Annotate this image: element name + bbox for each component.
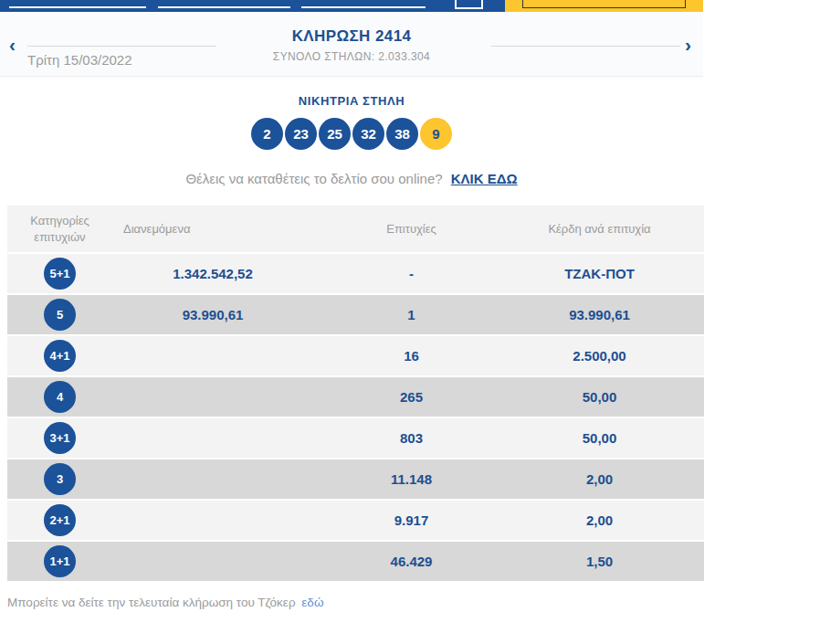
nav-underline: [301, 6, 426, 8]
winning-number-ball: 25: [319, 118, 351, 150]
online-cta-text: Θέλεις να καταθέτεις το δελτίο σου onlin…: [185, 171, 442, 186]
winning-numbers: 2 23 25 32 38 9: [0, 118, 703, 150]
online-cta: Θέλεις να καταθέτεις το δελτίο σου onlin…: [0, 171, 703, 186]
table-row: 3+1 803 50,00: [7, 418, 704, 459]
prize-cell: 50,00: [510, 389, 704, 405]
winning-number-ball: 32: [352, 118, 384, 150]
prize-cell: 1,50: [510, 554, 704, 569]
table-row: 4 265 50,00: [7, 377, 704, 418]
header-divider-left: [27, 46, 216, 47]
prize-cell: 2,00: [510, 512, 704, 528]
click-here-link[interactable]: ΚΛΙΚ ΕΔΩ: [451, 171, 518, 186]
winners-cell: 11.148: [313, 471, 510, 487]
winners-cell: 46.429: [313, 554, 510, 569]
draw-header: ‹ Τρίτη 15/03/2022 ΚΛΗΡΩΣΗ 2414 ΣΥΝΟΛΟ Σ…: [0, 12, 703, 77]
footnote: Μπορείτε να δείτε την τελευταία κλήρωση …: [7, 596, 703, 609]
winning-number-ball: 23: [285, 118, 317, 150]
distributed-cell: 93.990,61: [112, 307, 313, 322]
column-header-categories: Κατηγορίες επιτυχιών: [7, 213, 112, 245]
category-badge: 3+1: [44, 422, 76, 454]
results-table: Κατηγορίες επιτυχιών Διανεμόμενα Επιτυχί…: [7, 206, 704, 583]
category-badge: 3: [44, 463, 76, 495]
table-row: 4+1 16 2.500,00: [7, 336, 704, 377]
next-draw-button[interactable]: ›: [685, 35, 691, 54]
tzoker-results-page: ‹ Τρίτη 15/03/2022 ΚΛΗΡΩΣΗ 2414 ΣΥΝΟΛΟ Σ…: [0, 0, 703, 609]
topbar-yellow-button-outline[interactable]: [522, 0, 686, 8]
category-badge: 4+1: [44, 340, 76, 372]
column-header-prize: Κέρδη ανά επιτυχία: [510, 221, 704, 238]
winners-cell: -: [313, 266, 510, 281]
winners-cell: 803: [313, 430, 510, 446]
winning-number-ball: 38: [386, 118, 418, 150]
column-header-distributed: Διανεμόμενα: [112, 221, 313, 238]
category-badge: 2+1: [44, 504, 76, 536]
prize-cell: 2,00: [510, 471, 704, 487]
winning-number-ball: 2: [251, 118, 283, 150]
category-badge: 1+1: [44, 545, 76, 577]
winners-cell: 16: [313, 348, 510, 364]
topbar-yellow-strip: [505, 0, 703, 12]
distributed-cell: 1.342.542,52: [112, 266, 313, 281]
winners-cell: 9.917: [313, 512, 510, 528]
prize-cell: ΤΖΑΚ-ΠΟΤ: [510, 266, 704, 281]
table-row: 1+1 46.429 1,50: [7, 542, 704, 583]
total-columns: ΣΥΝΟΛΟ ΣΤΗΛΩΝ: 2.033.304: [0, 50, 703, 63]
topbar-button-outline[interactable]: [455, 0, 483, 9]
bonus-number-ball: 9: [420, 118, 452, 150]
results-table-body: 5+1 1.342.542,52 - ΤΖΑΚ-ΠΟΤ 5 93.990,61 …: [7, 254, 704, 583]
results-table-header: Κατηγορίες επιτυχιών Διανεμόμενα Επιτυχί…: [7, 206, 704, 254]
table-row: 5 93.990,61 1 93.990,61: [7, 295, 704, 336]
table-row: 3 11.148 2,00: [7, 459, 704, 501]
winners-cell: 1: [313, 307, 510, 322]
nav-underline: [158, 6, 290, 8]
draw-title: ΚΛΗΡΩΣΗ 2414: [0, 27, 703, 46]
category-badge: 5: [44, 299, 76, 331]
edo-link[interactable]: εδώ: [301, 596, 323, 609]
column-header-winners: Επιτυχίες: [313, 221, 510, 238]
table-row: 5+1 1.342.542,52 - ΤΖΑΚ-ΠΟΤ: [7, 254, 704, 295]
prize-cell: 50,00: [510, 430, 704, 446]
header-divider-right: [491, 46, 680, 47]
topbar: [0, 0, 703, 12]
topbar-blue-strip: [0, 0, 505, 12]
winning-column-title: ΝΙΚΗΤΡΙΑ ΣΤΗΛΗ: [0, 94, 703, 108]
footnote-text: Μπορείτε να δείτε την τελευταία κλήρωση …: [7, 596, 296, 609]
winners-cell: 265: [313, 389, 510, 405]
nav-underline: [9, 6, 146, 8]
category-badge: 4: [44, 381, 76, 413]
prize-cell: 2.500,00: [510, 348, 704, 364]
prize-cell: 93.990,61: [510, 307, 704, 322]
category-badge: 5+1: [44, 258, 76, 290]
table-row: 2+1 9.917 2,00: [7, 501, 704, 542]
